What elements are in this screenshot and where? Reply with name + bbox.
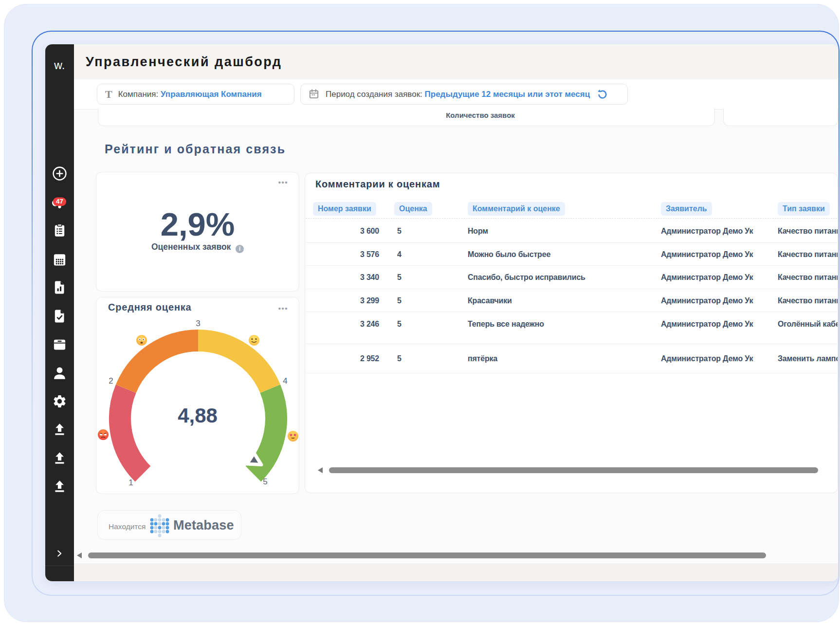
svg-text:47: 47	[56, 198, 63, 205]
